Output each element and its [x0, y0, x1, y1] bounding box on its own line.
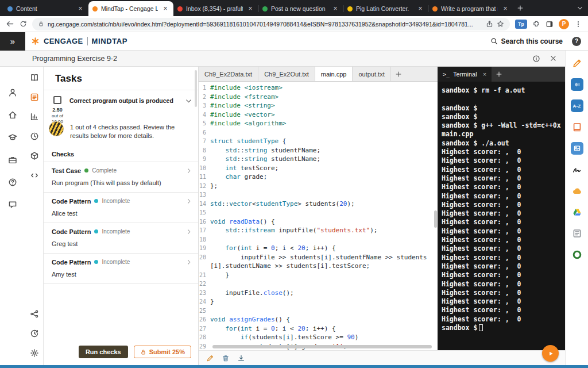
play-button[interactable] [542, 345, 559, 362]
editor-tab[interactable]: Ch9_Ex2Out.txt [258, 67, 315, 81]
dock-app-gallery[interactable] [570, 141, 584, 155]
tab-close-icon[interactable]: × [416, 5, 424, 13]
submit-label: Submit 25% [149, 348, 185, 355]
tasks-scrollbar[interactable] [195, 70, 197, 107]
editor-vertical-scrollbar[interactable] [434, 210, 437, 228]
code-line: 14std::vector<studentType> students(20); [199, 200, 438, 209]
line-number: 2 [199, 93, 210, 102]
expand-check-button[interactable] [185, 228, 192, 235]
browser-tab[interactable]: Post a new question× [258, 1, 343, 16]
rail-graduation-cap-button[interactable] [6, 131, 19, 144]
rail-share-button[interactable] [28, 308, 41, 320]
bookmark-star-button[interactable] [497, 20, 504, 28]
url-text[interactable]: ng.cengage.com/static/nb/ui/evo/index.ht… [48, 21, 482, 28]
dock-app-highlighter[interactable] [570, 56, 584, 70]
run-checks-button[interactable]: Run checks [79, 346, 128, 358]
rail-tasks-button[interactable] [28, 91, 41, 103]
new-file-button[interactable] [391, 67, 406, 81]
share-icon [30, 309, 39, 319]
expand-check-button[interactable] [185, 198, 192, 205]
terminal-line: Highest scorer: , 0 [442, 271, 563, 279]
tab-close-icon[interactable]: × [501, 5, 509, 13]
rail-chat-button[interactable] [6, 198, 19, 211]
objective-checkbox[interactable] [53, 96, 61, 104]
download-file-button[interactable] [237, 354, 245, 362]
rail-code-button[interactable] [28, 169, 41, 182]
code-line: 1#include <iostream> [199, 83, 438, 93]
terminal-body[interactable]: sandbox $ rm -f a.out sandbox $sandbox $… [438, 82, 565, 350]
check-row[interactable]: Code PatternIncompleteGreg test [44, 223, 198, 254]
code-line: 19 for(int i = 0; i < 20; i++) { [199, 244, 438, 253]
browser-tab[interactable]: Pig Latin Converter.× [343, 1, 428, 16]
rail-help-button[interactable] [6, 176, 19, 189]
address-bar[interactable]: ng.cengage.com/static/nb/ui/evo/index.ht… [32, 18, 510, 30]
rail-gear-button[interactable] [28, 347, 41, 359]
rail-briefcase-button[interactable] [6, 154, 19, 166]
delete-file-button[interactable] [222, 354, 230, 362]
editor-tab[interactable]: Ch9_Ex2Data.txt [199, 67, 258, 81]
browser-tab[interactable]: Inbox (8,354) - prafulthap...× [173, 1, 258, 16]
share-page-button[interactable] [486, 20, 493, 28]
expand-rail-button[interactable]: » [0, 32, 25, 51]
dock-app-evernote[interactable] [570, 248, 584, 262]
terminal-line: sandbox $ [442, 104, 563, 113]
browser-tab[interactable]: Write a program that reads× [428, 1, 513, 16]
line-number: 1 [199, 83, 210, 93]
line-number: 6 [199, 128, 210, 137]
tab-close-icon[interactable]: × [246, 5, 254, 13]
dock-app-drive[interactable] [570, 205, 584, 219]
tab-close-icon[interactable]: × [76, 5, 84, 13]
editor-tab[interactable]: output.txt [353, 67, 390, 81]
plus-icon [395, 71, 402, 78]
plus-icon [496, 71, 502, 78]
editor-tab[interactable]: main.cpp [315, 67, 353, 81]
pencil-icon [206, 354, 214, 362]
help-button[interactable]: ? [572, 37, 581, 46]
editor-horizontal-scrollbar[interactable] [212, 345, 432, 348]
rail-home-button[interactable] [6, 109, 19, 121]
check-row[interactable]: Code PatternIncompleteAlice test [44, 193, 198, 223]
check-row[interactable]: Code PatternIncompleteAmy test [44, 254, 198, 284]
close-exercise-button[interactable] [550, 55, 557, 63]
cengage-logo-icon [31, 37, 40, 45]
tab-close-icon[interactable]: × [331, 5, 339, 13]
info-button[interactable] [532, 55, 540, 63]
dock-app-readspeaker[interactable] [570, 78, 584, 91]
check-row[interactable]: Test CaseCompleteRun program (This will … [44, 162, 198, 193]
profile-avatar[interactable]: P [559, 19, 569, 29]
code-area[interactable]: 1#include <iostream>2#include <fstream>3… [199, 82, 438, 350]
dock-app-ebook[interactable] [570, 120, 584, 134]
menu-kebab-button[interactable] [574, 20, 582, 28]
expand-check-button[interactable] [185, 167, 192, 174]
rail-bar-chart-button[interactable] [28, 110, 41, 123]
browser-tab[interactable]: Content× [3, 1, 88, 16]
rail-person-button[interactable] [6, 86, 19, 99]
extensions-button[interactable] [532, 20, 540, 28]
search-label: Search this course [501, 37, 563, 45]
edit-file-button[interactable] [206, 354, 214, 362]
new-tab-button[interactable] [513, 1, 527, 15]
tab-search-button[interactable] [577, 5, 583, 12]
new-terminal-button[interactable] [492, 67, 506, 82]
line-number: 23 [199, 289, 210, 298]
expand-check-button[interactable] [185, 259, 192, 266]
rail-book-open-button[interactable] [28, 71, 41, 84]
dock-app-notes[interactable] [570, 227, 584, 240]
tab-close-icon[interactable]: × [161, 5, 169, 13]
rail-cube-button[interactable] [28, 150, 41, 162]
side-panel-button[interactable] [546, 20, 554, 28]
collapse-objective-button[interactable] [185, 96, 192, 105]
course-search[interactable]: Search this course [490, 37, 563, 45]
submit-button[interactable]: Submit 25% [134, 346, 191, 358]
dock-app-signature[interactable] [570, 163, 584, 177]
close-terminal-icon[interactable]: × [483, 71, 486, 78]
rail-history-button[interactable] [28, 327, 41, 340]
browser-tab[interactable]: MindTap - Cengage Learni× [88, 1, 173, 16]
extension-tp-badge[interactable]: Tp [515, 20, 527, 29]
dock-app-cloud[interactable] [570, 184, 584, 198]
dock-app-dictionary[interactable]: A-Z [570, 99, 584, 113]
refresh-button[interactable] [20, 20, 27, 28]
back-button[interactable] [6, 20, 14, 28]
rail-clock-button[interactable] [28, 130, 41, 143]
terminal-tab[interactable]: >_ Terminal × [438, 67, 492, 82]
